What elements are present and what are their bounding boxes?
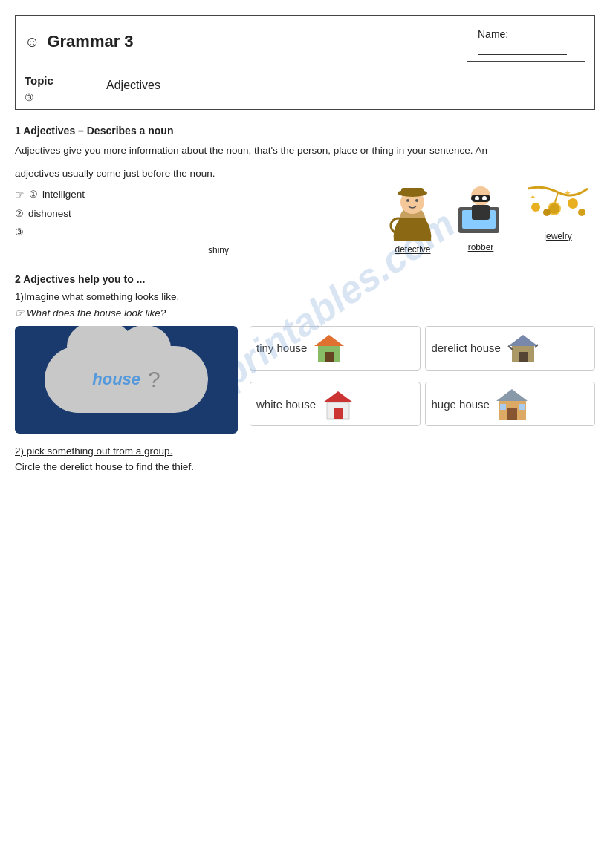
section1-body2: adjectives usually come just before the …	[15, 166, 595, 183]
svg-rect-28	[519, 352, 528, 362]
svg-point-13	[482, 196, 487, 200]
header-body: Topic ③ Adjectives	[16, 68, 594, 109]
adjectives-text: Adjectives	[106, 79, 160, 92]
svg-rect-14	[472, 205, 490, 220]
tile-white: white house	[250, 382, 421, 426]
adj-num-1: ①	[29, 189, 38, 200]
tile-huge: huge house	[425, 382, 596, 426]
tile-derelict: derelict house	[425, 326, 596, 371]
tile-white-label: white house	[256, 398, 316, 411]
adj-text-2: dishonest	[28, 208, 71, 219]
robber-svg	[451, 181, 510, 241]
tile-tiny-label: tiny house	[256, 342, 307, 354]
robber-col: robber	[451, 181, 510, 252]
jewelry-col: ✦ ✦ jewelry	[521, 181, 595, 241]
house-section: house ? tiny house derelict house	[15, 326, 595, 434]
section2-sub1: 1)Imagine what something looks like.	[15, 291, 595, 302]
tile-derelict-label: derelict house	[432, 342, 501, 354]
svg-point-12	[475, 196, 479, 200]
images-row: detective	[385, 181, 595, 255]
smiley-icon: ☺	[25, 33, 39, 50]
name-label: Name:	[478, 28, 574, 40]
svg-rect-37	[500, 404, 506, 410]
svg-point-17	[531, 203, 540, 212]
topic-cell: Topic ③	[16, 68, 97, 109]
svg-rect-38	[519, 404, 525, 410]
topic-label: Topic	[25, 74, 88, 87]
section1-title: 1 Adjectives – Describes a noun	[15, 125, 595, 137]
svg-rect-36	[507, 408, 517, 420]
cloud-qmark: ?	[148, 367, 160, 392]
svg-point-20	[578, 209, 585, 216]
header-box: ☺ Grammar 3 Name: Topic ③ Adjectives	[15, 15, 595, 110]
svg-marker-26	[508, 335, 538, 346]
section-1: 1 Adjectives – Describes a noun Adjectiv…	[15, 125, 595, 255]
svg-point-6	[406, 199, 409, 202]
page-title: Grammar 3	[47, 32, 133, 51]
section2-sub2: 2) pick something out from a group.	[15, 446, 595, 457]
adj-num-3: ③	[15, 226, 24, 238]
svg-text:✦: ✦	[530, 193, 536, 201]
cloud-word: house	[92, 370, 140, 389]
huge-house-svg	[496, 388, 529, 421]
section1-body1: Adjectives give you more information abo…	[15, 143, 595, 160]
white-house-svg	[322, 388, 355, 421]
section-2: 2 Adjectives help you to ... 1)Imagine w…	[15, 273, 595, 472]
detective-col: detective	[385, 181, 441, 255]
house-cloud-box: house ?	[15, 326, 238, 434]
svg-point-19	[568, 198, 578, 209]
robber-label: robber	[468, 242, 494, 252]
svg-text:✦: ✦	[564, 188, 571, 198]
tiny-house-svg	[313, 331, 346, 365]
svg-point-7	[415, 199, 418, 202]
tile-tiny: tiny house	[250, 326, 421, 371]
arrow-icon-1: ☞	[15, 189, 25, 200]
derelict-house-svg	[507, 331, 540, 365]
house-tiles: tiny house derelict house	[250, 326, 595, 434]
name-box: Name:	[467, 22, 585, 62]
svg-rect-11	[471, 195, 490, 202]
adj-content: ☞ ① intelligent ② dishonest ③ shiny	[15, 189, 595, 255]
name-line	[478, 46, 567, 55]
topic-number: ③	[25, 91, 88, 103]
detective-svg	[385, 181, 441, 244]
section2-sub2-text: Circle the derelict house to find the th…	[15, 461, 595, 472]
svg-rect-3	[401, 188, 424, 195]
tile-huge-label: huge house	[432, 398, 490, 411]
svg-rect-33	[334, 408, 343, 419]
header-top: ☺ Grammar 3 Name:	[16, 16, 594, 68]
section2-title: 2 Adjectives help you to ...	[15, 273, 595, 285]
adj-num-2: ②	[15, 208, 24, 219]
adjectives-cell: Adjectives	[97, 68, 594, 109]
jewelry-svg: ✦ ✦	[521, 181, 595, 229]
detective-label: detective	[395, 244, 430, 255]
svg-marker-31	[323, 391, 353, 402]
svg-marker-34	[496, 389, 528, 401]
adj-text-1: intelligent	[42, 189, 85, 200]
section2-arrow-text: ☞ What does the house look like?	[15, 307, 595, 319]
svg-marker-23	[314, 335, 344, 346]
svg-rect-25	[325, 352, 334, 362]
cloud-shape: house ?	[45, 346, 208, 413]
jewelry-label: jewelry	[544, 231, 571, 241]
svg-point-18	[543, 209, 551, 216]
